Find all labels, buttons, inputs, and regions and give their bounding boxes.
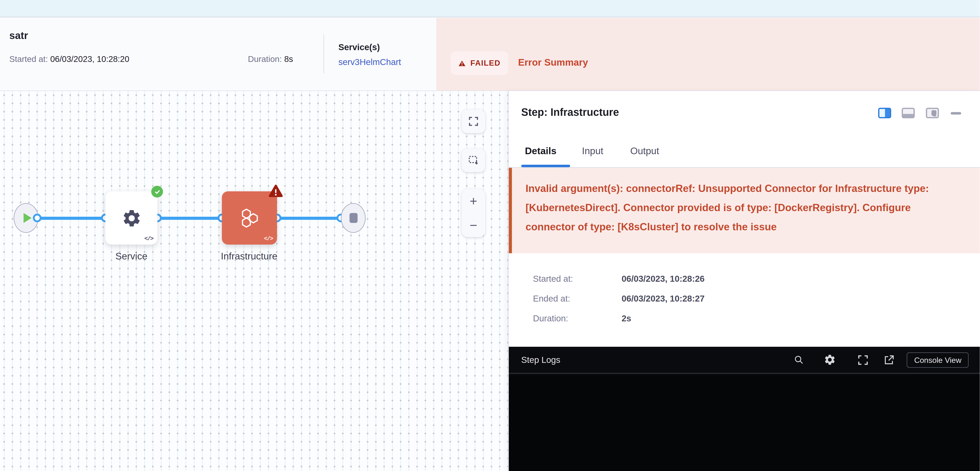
error-summary-label: Error Summary (518, 57, 588, 68)
layout-bottom-fill (903, 114, 913, 117)
warning-triangle-icon (268, 184, 283, 199)
started-at-value: 06/03/2023, 10:28:20 (50, 54, 129, 64)
service-link[interactable]: serv3HelmChart (338, 57, 401, 67)
logs-fullscreen-button[interactable] (858, 347, 869, 373)
node-service[interactable]: </> (105, 191, 158, 244)
node-infrastructure-label: Infrastructure (196, 251, 302, 262)
header-divider (323, 35, 324, 73)
fullscreen-icon (858, 355, 869, 365)
gear-icon (121, 208, 142, 228)
gear-icon (824, 354, 836, 366)
layout-float-fill (931, 110, 936, 116)
panel-title: Step: Infrastructure (521, 106, 619, 119)
detail-row-ended: Ended at: 06/03/2023, 10:28:27 (533, 293, 967, 304)
error-message-box: Invalid argument(s): connectorRef: Unsup… (509, 168, 980, 253)
layout-floating-panel-button[interactable] (926, 108, 939, 118)
tab-output[interactable]: Output (630, 146, 659, 157)
active-tab-underline (521, 165, 570, 167)
console-view-button[interactable]: Console View (907, 352, 969, 368)
external-link-icon (884, 355, 894, 365)
detail-value: 2s (622, 313, 631, 323)
duration-value: 8s (284, 54, 293, 64)
tab-details[interactable]: Details (525, 146, 557, 157)
stop-icon (349, 213, 357, 223)
detail-label: Started at: (533, 274, 573, 284)
detail-label: Ended at: (533, 293, 570, 303)
code-icon: </> (264, 235, 273, 242)
node-infrastructure[interactable]: </> (222, 191, 277, 244)
logs-divider (509, 373, 980, 374)
step-logs-section: Step Logs (509, 347, 980, 471)
logs-open-external-button[interactable] (884, 347, 894, 373)
code-icon: </> (145, 235, 153, 242)
connector-dot (33, 214, 41, 222)
hexagons-icon (239, 207, 260, 229)
services-label: Service(s) (338, 42, 380, 52)
zoom-out-button[interactable]: − (462, 213, 485, 237)
pipeline-end-node (341, 203, 366, 233)
warning-triangle-icon (458, 59, 466, 67)
detail-value: 06/03/2023, 10:28:27 (622, 293, 705, 303)
duration-label: Duration: (248, 54, 282, 64)
detail-row-duration: Duration: 2s (533, 313, 967, 325)
detail-label: Duration: (533, 313, 568, 323)
started-at-line: Started at: 06/03/2023, 10:28:20 (9, 54, 129, 64)
started-at-label: Started at: (9, 54, 48, 64)
marquee-selection-icon (468, 155, 479, 166)
pipeline-canvas[interactable]: </> Service </> Infrastructure (0, 91, 508, 471)
layout-float-dash (933, 116, 936, 117)
top-strip (0, 0, 980, 17)
fullscreen-icon (469, 116, 479, 126)
logs-settings-button[interactable] (824, 347, 836, 373)
error-message-text: Invalid argument(s): connectorRef: Unsup… (525, 179, 959, 236)
duration-line: Duration: 8s (248, 54, 293, 64)
status-badge: FAILED (450, 51, 508, 75)
zoom-in-button[interactable]: + (462, 189, 485, 213)
status-badge-label: FAILED (470, 59, 501, 68)
step-logs-toolbar: Step Logs (509, 347, 980, 373)
step-logs-title: Step Logs (521, 355, 560, 365)
search-icon (794, 355, 804, 365)
detail-value: 06/03/2023, 10:28:26 (622, 274, 705, 284)
logs-search-button[interactable] (794, 347, 804, 373)
tab-input[interactable]: Input (582, 146, 603, 157)
success-check-badge (151, 186, 163, 198)
canvas-select-region-button[interactable] (462, 149, 485, 172)
layout-bottom-panel-button[interactable] (902, 108, 915, 118)
minimize-panel-button[interactable] (951, 112, 961, 114)
layout-right-panel-button[interactable] (878, 108, 891, 118)
check-icon (153, 188, 161, 195)
detail-row-started: Started at: 06/03/2023, 10:28:26 (533, 274, 967, 285)
execution-header: satr Started at: 06/03/2023, 10:28:20 Du… (0, 18, 980, 91)
canvas-zoom-panel: + − (462, 189, 485, 237)
pipeline-execution-page: satr Started at: 06/03/2023, 10:28:20 Du… (0, 0, 980, 471)
node-service-label: Service (79, 251, 184, 262)
error-summary-bar: FAILED Error Summary (436, 18, 980, 90)
canvas-fullscreen-button[interactable] (462, 109, 485, 133)
play-icon (23, 213, 32, 223)
layout-right-fill (885, 109, 890, 117)
pipeline-name: satr (9, 30, 28, 41)
failed-warning-badge (268, 184, 283, 201)
pipeline-connector-line (37, 217, 341, 220)
step-details-panel: Step: Infrastructure Details Input Outpu… (508, 91, 980, 471)
